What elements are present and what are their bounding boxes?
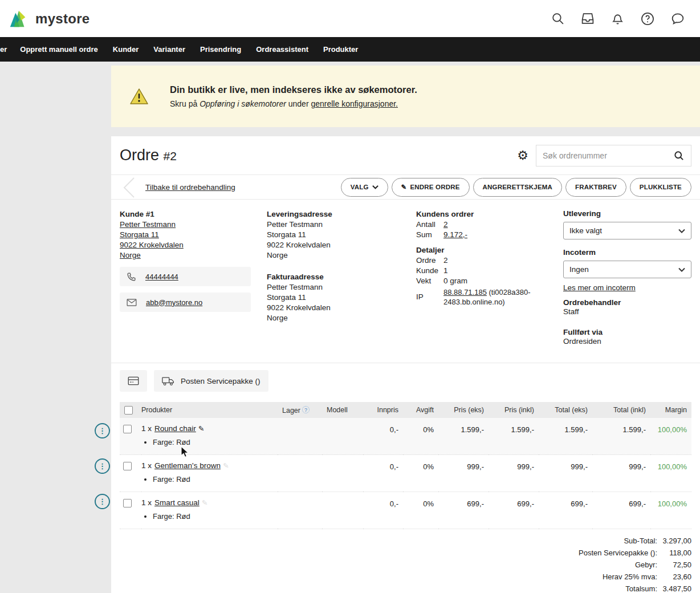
row-checkbox[interactable]	[123, 499, 132, 507]
lager-help-icon[interactable]: ?	[302, 406, 310, 413]
detail-label: Vekt	[416, 276, 443, 286]
product-link[interactable]: Smart casual	[154, 498, 200, 507]
nav-item-truncated[interactable]: er	[0, 45, 13, 54]
customer-heading: Kunde #1	[120, 209, 267, 220]
sum-value-link[interactable]: 9.172,-	[443, 230, 467, 240]
item-pris-eks: 999,-	[438, 455, 489, 492]
general-config-link[interactable]: genrelle konfigurasjoner.	[311, 99, 398, 108]
total-row: Sub-Total:3.297,00	[111, 535, 691, 547]
nav-item-produkter[interactable]: Produkter	[316, 45, 365, 54]
total-value: 3.297,00	[657, 535, 691, 547]
product-row: 1 xSmart casual✎ Farge: Rød 0,- 0% 699,-…	[120, 492, 691, 529]
edit-product-icon[interactable]: ✎	[198, 424, 204, 433]
product-attribute: Farge: Rød	[153, 512, 278, 521]
chevron-down-icon	[678, 267, 685, 272]
order-card: Ordre #2 ⚙ Tilbake til ordrebehandling V…	[111, 136, 700, 593]
logo-text: mystore	[35, 11, 89, 27]
utlevering-select[interactable]: Ikke valgt	[563, 222, 691, 239]
payment-shipping-badges: Posten Servicepakke ()	[111, 363, 700, 399]
valg-button[interactable]: VALG	[341, 178, 388, 197]
payment-method-badge[interactable]	[120, 370, 147, 392]
shipping-method-badge[interactable]: Posten Servicepakke ()	[154, 370, 268, 392]
customer-name-link[interactable]: Petter Testmann	[120, 220, 267, 230]
customer-street-link[interactable]: Storgata 11	[120, 230, 267, 240]
antall-value-link[interactable]: 2	[443, 220, 448, 230]
search-icon[interactable]	[551, 11, 565, 26]
product-row: 1 xGentleman's brown✎ Farge: Rød 0,- 0% …	[120, 455, 691, 492]
inbox-icon[interactable]	[580, 11, 595, 26]
order-items-table: Produkter Lager? Modell Innpris Avgift P…	[120, 402, 691, 529]
order-totals: Sub-Total:3.297,00 Posten Servicepakke (…	[111, 535, 700, 593]
endre-ordre-label: ENDRE ORDRE	[410, 184, 459, 190]
item-qty: 1 x	[141, 498, 152, 507]
fraktbrev-button[interactable]: FRAKTBREV	[565, 178, 626, 197]
billing-address-line: Storgata 11	[267, 293, 416, 303]
nav-item-varianter[interactable]: Varianter	[146, 45, 193, 54]
nav-item-prisendring[interactable]: Prisendring	[193, 45, 249, 54]
detail-value: 2	[443, 255, 448, 266]
bell-icon[interactable]	[611, 11, 625, 26]
plukkliste-button[interactable]: PLUKKLISTE	[630, 178, 691, 197]
item-total-inkl: 699,-	[592, 492, 650, 529]
incoterm-info-link[interactable]: Les mer om incoterm	[563, 283, 636, 292]
customer-city-link[interactable]: 9022 Krokelvdalen	[120, 240, 267, 250]
total-label: Gebyr:	[635, 559, 657, 571]
customer-column: Kunde #1 Petter Testmann Storgata 11 902…	[120, 209, 267, 347]
envelope-icon	[127, 298, 137, 307]
settings-gear-icon[interactable]: ⚙	[517, 149, 528, 162]
customer-phone-link[interactable]: 44444444	[145, 273, 178, 281]
ip-address-link[interactable]: 88.88.71.185	[443, 288, 487, 296]
item-avgift: 0%	[403, 492, 438, 529]
col-pris-inkl: Pris (inkl)	[489, 402, 539, 418]
back-to-orders-link[interactable]: Tilbake til ordrebehandling	[145, 183, 235, 192]
item-margin: 100,00%	[650, 492, 691, 529]
customer-phone-pill[interactable]: 44444444	[120, 267, 251, 286]
nav-item-ordreassistent[interactable]: Ordreassistent	[249, 45, 316, 54]
product-link[interactable]: Gentleman's brown	[154, 461, 221, 470]
chat-icon[interactable]	[670, 11, 685, 26]
product-attribute: Farge: Rød	[153, 438, 278, 447]
order-search-input[interactable]	[543, 151, 673, 160]
phone-icon	[127, 272, 136, 282]
angrerettskjema-label: ANGRERETTSKJEMA	[483, 184, 552, 190]
angrerettskjema-button[interactable]: ANGRERETTSKJEMA	[473, 178, 562, 197]
row-checkbox[interactable]	[123, 425, 132, 433]
main-nav: er Opprett manuell ordre Kunder Variante…	[0, 37, 700, 62]
customer-email-pill[interactable]: abb@mystore.no	[120, 293, 251, 312]
edit-product-icon[interactable]: ✎	[223, 461, 229, 470]
item-pris-eks: 699,-	[438, 492, 489, 529]
product-link[interactable]: Round chair	[154, 424, 196, 433]
endre-ordre-button[interactable]: ✎ ENDRE ORDRE	[392, 178, 470, 197]
row-actions-button[interactable]: ⋮	[95, 423, 110, 438]
incoterm-select[interactable]: Ingen	[563, 261, 691, 278]
top-icon-group	[551, 11, 685, 26]
item-qty: 1 x	[141, 424, 152, 433]
product-row: 1 xRound chair✎ Farge: Rød 0,- 0% 1.599,…	[120, 418, 691, 455]
shipping-address-line: 9022 Krokelvdalen	[267, 240, 416, 250]
total-value: 118,00	[657, 547, 691, 559]
search-submit-icon[interactable]	[673, 150, 685, 161]
help-icon[interactable]	[640, 11, 655, 26]
banner-subtitle: Skru på Oppføring i søkemotorer under ge…	[170, 99, 417, 108]
billing-address-line: Petter Testmann	[267, 282, 416, 293]
select-all-checkbox[interactable]	[124, 406, 133, 415]
item-avgift: 0%	[403, 455, 438, 492]
item-pris-inkl: 999,-	[489, 455, 539, 492]
nav-item-opprett-manuell-ordre[interactable]: Opprett manuell ordre	[13, 45, 105, 54]
detail-value: 0 gram	[443, 276, 467, 286]
nav-item-kunder[interactable]: Kunder	[105, 45, 146, 54]
edit-product-icon[interactable]: ✎	[202, 498, 207, 507]
total-row: Herav 25% mva:23,60	[111, 571, 691, 583]
credit-card-icon	[128, 376, 139, 385]
mystore-logo[interactable]: mystore	[8, 9, 89, 29]
row-checkbox[interactable]	[123, 462, 132, 470]
billing-address-line: 9022 Krokelvdalen	[267, 303, 416, 313]
customer-email-link[interactable]: abb@mystore.no	[146, 298, 202, 307]
fullfort-via-label: Fullført via	[563, 328, 691, 336]
row-actions-button[interactable]: ⋮	[95, 458, 110, 474]
col-total-eks: Total (eks)	[539, 402, 592, 418]
banner-sub-setting-name: Oppføring i søkemotorer	[200, 99, 286, 108]
ip-value: 88.88.71.185 (ti0028a380-2483.bb.online.…	[443, 287, 545, 307]
row-actions-button[interactable]: ⋮	[95, 494, 110, 509]
customer-country-link[interactable]: Norge	[120, 250, 267, 261]
